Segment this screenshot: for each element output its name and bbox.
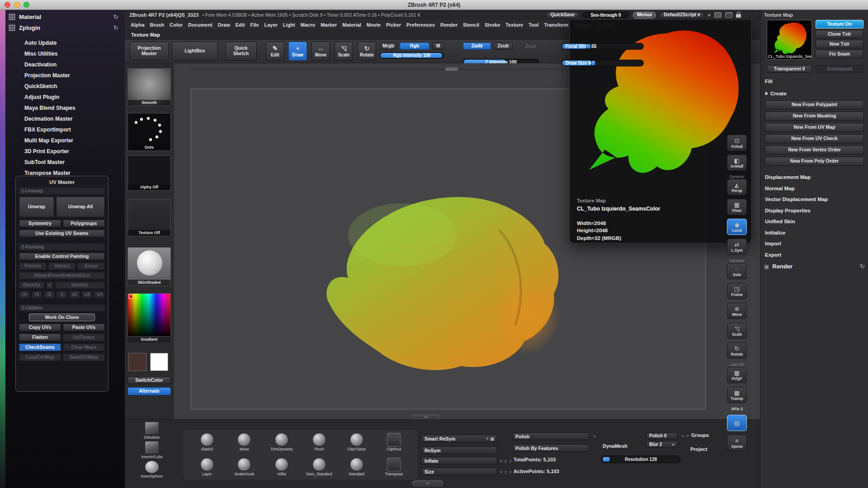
create-button-4[interactable]: New From Vertex Order: [765, 145, 864, 155]
attract-from-ambient-occl-button[interactable]: AttractFromAmbientOccl: [19, 272, 105, 279]
shelf-button[interactable]: ◳ Frame: [727, 283, 747, 299]
subpalette-section-5[interactable]: Initialize: [765, 227, 864, 239]
fill-button[interactable]: Fill: [765, 79, 773, 84]
density-step-button-4[interactable]: x2: [69, 291, 80, 298]
menu-19[interactable]: Tool: [528, 22, 538, 28]
inflate-axis-toggles[interactable]: x y z: [500, 459, 512, 463]
brush-slot-1[interactable]: Move: [228, 433, 260, 451]
shelf-button[interactable]: ◭ Persp: [727, 179, 747, 195]
list-icon[interactable]: ▤: [490, 436, 494, 441]
current-stroke-thumbnail[interactable]: Dots: [127, 113, 171, 151]
mrgb-button[interactable]: Mrgb: [380, 42, 397, 50]
menu-1[interactable]: Brush: [150, 22, 165, 28]
create-button-5[interactable]: New From Poly Order: [765, 157, 864, 166]
right-shelf-item-14[interactable]: ▤: [727, 415, 747, 431]
create-button-0[interactable]: New From Polypaint: [765, 100, 864, 109]
color-picker[interactable]: Gradient: [127, 293, 171, 337]
menu-13[interactable]: Picker: [386, 22, 401, 28]
groups-toggle[interactable]: ○ Groups: [686, 432, 709, 438]
shelf-button[interactable]: SPix 3: [727, 407, 747, 411]
subpalette-section-6[interactable]: Import: [765, 238, 864, 249]
switch-color-button[interactable]: SwitchColor: [127, 376, 171, 384]
shelf-button[interactable]: ↻ Rotate: [727, 343, 747, 359]
menu-8[interactable]: Light: [283, 22, 295, 28]
secondary-color-swatch[interactable]: [150, 353, 168, 371]
menu-2[interactable]: Color: [170, 22, 183, 28]
zplugin-menu-item-0[interactable]: Auto Update: [5, 38, 125, 48]
paste-uvs-button[interactable]: Paste UVs: [63, 324, 105, 331]
menu-3[interactable]: Document: [188, 22, 212, 28]
size-slider[interactable]: Size: [421, 468, 497, 475]
current-brush-thumbnail[interactable]: Smooth: [127, 68, 171, 106]
menu-9[interactable]: Macro: [301, 22, 315, 28]
shelf-button[interactable]: ▦ Floor: [727, 199, 747, 215]
rgb-intensity-slider[interactable]: Rgb Intensity 100: [380, 52, 444, 59]
zplugin-menu-item-8[interactable]: FBX ExportImport: [5, 124, 125, 135]
zplugin-menu-item-4[interactable]: QuickSketch: [5, 81, 125, 92]
current-alpha-thumbnail[interactable]: Alpha Off: [127, 155, 171, 191]
material-palette-header[interactable]: Material ↻: [5, 11, 125, 22]
tool-item-1[interactable]: InsertHCube: [141, 441, 163, 459]
density-slider[interactable]: density.: [55, 282, 105, 289]
subpalette-section-2[interactable]: Vector Displacement Map: [765, 194, 864, 205]
right-shelf-item-11[interactable]: Line Fill ▦ PolyF: [727, 362, 747, 383]
menu-4[interactable]: Draw: [218, 22, 230, 28]
symmetry-button[interactable]: Symmetry: [19, 220, 61, 227]
zplugin-refresh-icon[interactable]: ↻: [113, 24, 118, 31]
create-button-3[interactable]: New From UV Check: [765, 134, 864, 143]
alternate-button[interactable]: Alternate: [127, 387, 171, 395]
polish-by-features-slider[interactable]: Polish By Features: [512, 444, 590, 452]
zoom-window-button[interactable]: [24, 2, 29, 8]
density-multiply-toggle[interactable]: x: [46, 282, 53, 289]
menu-5[interactable]: Edit: [236, 22, 245, 28]
brush-slot-0[interactable]: Slash3: [191, 433, 223, 451]
brush-slot-2[interactable]: TrimDynamic: [265, 433, 298, 451]
bottom-divider-grip[interactable]: •••: [412, 480, 443, 486]
right-shelf-item-2[interactable]: Dynamic ◭ Persp: [727, 174, 747, 195]
menu-16[interactable]: Stencil: [463, 22, 479, 28]
shelf-button[interactable]: ◧ AAHalf: [727, 155, 747, 171]
right-shelf-item-8[interactable]: ⊕ Move: [727, 303, 747, 319]
zplugin-menu-item-2[interactable]: Deactivation: [5, 59, 125, 70]
right-shelf-item-7[interactable]: ◳ Frame: [727, 283, 747, 299]
unwrap-button[interactable]: Unwrap: [19, 197, 54, 217]
menu-14[interactable]: Preferences: [406, 22, 435, 28]
focal-shift-slider[interactable]: Focal Shift -55: [561, 43, 644, 50]
model-3d[interactable]: [321, 176, 574, 380]
density-step-button-2[interactable]: /2: [44, 291, 55, 298]
brush-slot-b-2[interactable]: Inflat: [265, 458, 298, 476]
scale-button[interactable]: ◹ Scale: [335, 42, 353, 61]
right-shelf-item-6[interactable]: Dynamic ◌ Solo: [727, 258, 747, 279]
close-window-button[interactable]: [5, 2, 10, 8]
density-step-button-3[interactable]: 1: [57, 291, 67, 298]
blur-mini-slider[interactable]: Blur 2 ●: [646, 441, 678, 448]
menus-toggle-button[interactable]: Menus: [633, 12, 656, 19]
right-shelf-item-12[interactable]: ▩ Transp: [727, 387, 747, 403]
protect-button[interactable]: Protect: [19, 263, 47, 270]
new-txtr-button[interactable]: New Txtr: [816, 40, 863, 48]
draw-button[interactable]: + Draw: [288, 42, 307, 61]
menu-7[interactable]: Layer: [264, 22, 278, 28]
default-zscript-button[interactable]: DefaultZScript ▾: [660, 12, 704, 19]
edit-button[interactable]: ✎ Edit: [266, 42, 284, 61]
enable-control-painting-button[interactable]: Enable Control Painting: [19, 253, 105, 260]
brush-slot-b-3[interactable]: Dam_Standard: [303, 458, 335, 476]
use-existing-uv-seams-button[interactable]: Use Existing UV Seams: [19, 230, 105, 237]
zplugin-menu-item-7[interactable]: Decimation Master: [5, 113, 125, 124]
zplugin-menu-item-5[interactable]: Adjust Plugin: [5, 92, 125, 103]
clone-txtr-button[interactable]: Clone Txtr: [816, 30, 863, 38]
zplugin-menu-item-3[interactable]: Projection Master: [5, 70, 125, 81]
move-button[interactable]: ↔ Move: [311, 42, 330, 61]
menu-18[interactable]: Texture: [505, 22, 523, 28]
zplugin-menu-item-6[interactable]: Maya Blend Shapes: [5, 103, 125, 113]
lightbox-button[interactable]: LightBox: [172, 42, 218, 61]
right-shelf-item-13[interactable]: SPix 3: [727, 407, 747, 411]
shelf-button[interactable]: ◌ Solo: [727, 263, 747, 279]
minimize-window-button[interactable]: [14, 2, 20, 8]
current-texture-thumbnail[interactable]: Texture Off: [127, 199, 171, 236]
work-on-clone-button[interactable]: Work On Clone: [29, 314, 95, 321]
close-icon[interactable]: ×: [486, 436, 488, 441]
save-ctrl-map-button[interactable]: SaveCtrlMap: [63, 353, 105, 361]
inflate-slider[interactable]: Inflate: [421, 457, 497, 465]
main-color-swatch[interactable]: [128, 353, 146, 371]
